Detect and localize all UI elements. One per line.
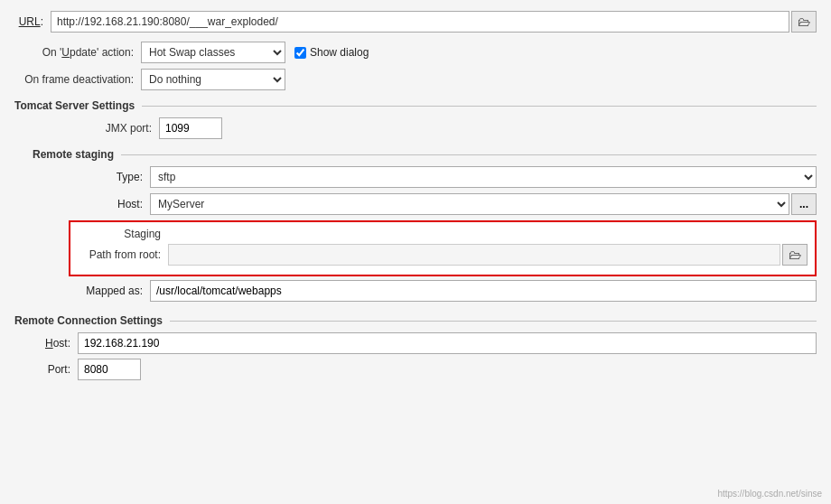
type-dropdown[interactable]: sftp ftp local bbox=[150, 166, 817, 188]
path-input[interactable] bbox=[168, 244, 780, 266]
on-update-dropdown[interactable]: Hot Swap classes Update classes and reso… bbox=[141, 42, 285, 63]
show-dialog-row: Show dialog bbox=[294, 46, 369, 59]
main-panel: URL: 🗁 On 'Update' action: Hot Swap clas… bbox=[0, 0, 831, 504]
remote-port-label: Port: bbox=[33, 363, 78, 376]
on-update-label: On 'Update' action: bbox=[14, 46, 141, 59]
tomcat-divider-line bbox=[142, 106, 817, 107]
remote-staging-line bbox=[121, 154, 817, 155]
remote-host-input[interactable] bbox=[78, 332, 817, 354]
mapped-input[interactable] bbox=[150, 280, 817, 302]
show-dialog-checkbox[interactable] bbox=[294, 47, 306, 59]
on-frame-dropdown[interactable]: Do nothing Update classes Update classes… bbox=[141, 69, 285, 90]
type-row: Type: sftp ftp local bbox=[51, 166, 817, 188]
staging-label: Staging bbox=[78, 228, 168, 240]
remote-conn-title: Remote Connection Settings bbox=[14, 314, 163, 327]
show-dialog-label: Show dialog bbox=[310, 46, 369, 59]
jmx-input[interactable] bbox=[159, 117, 222, 139]
path-row: Path from root: 🗁 bbox=[78, 244, 808, 266]
staging-label-row: Staging bbox=[78, 228, 808, 240]
on-update-row: On 'Update' action: Hot Swap classes Upd… bbox=[14, 42, 817, 63]
jmx-row: JMX port: bbox=[33, 117, 817, 139]
host-dropdown[interactable]: MyServer bbox=[150, 193, 789, 215]
folder-icon: 🗁 bbox=[798, 14, 810, 29]
remote-port-input[interactable] bbox=[78, 359, 141, 380]
remote-host-row: Host: bbox=[33, 332, 817, 354]
staging-box: Staging Path from root: 🗁 bbox=[69, 220, 817, 276]
path-folder-button[interactable]: 🗁 bbox=[782, 244, 808, 266]
url-label: URL: bbox=[14, 15, 51, 28]
url-folder-button[interactable]: 🗁 bbox=[791, 11, 817, 33]
url-input[interactable] bbox=[51, 11, 789, 33]
remote-conn-divider: Remote Connection Settings bbox=[14, 314, 817, 327]
host-label: Host: bbox=[51, 198, 150, 210]
tomcat-section-title: Tomcat Server Settings bbox=[14, 99, 135, 112]
remote-conn-line bbox=[170, 321, 817, 322]
tomcat-section-divider: Tomcat Server Settings bbox=[14, 99, 817, 112]
remote-host-label: Host: bbox=[33, 337, 78, 350]
host-dots-button[interactable]: ... bbox=[791, 193, 817, 215]
url-row: URL: 🗁 bbox=[14, 11, 817, 33]
mapped-label: Mapped as: bbox=[51, 285, 150, 297]
jmx-label: JMX port: bbox=[33, 122, 159, 135]
remote-port-row: Port: bbox=[33, 359, 817, 380]
remote-staging-title: Remote staging bbox=[33, 148, 114, 161]
mapped-row: Mapped as: bbox=[51, 280, 817, 302]
watermark: https://blog.csdn.net/sinse bbox=[717, 489, 822, 499]
remote-staging-divider: Remote staging bbox=[33, 148, 817, 161]
on-frame-label: On frame deactivation: bbox=[14, 73, 141, 86]
host-row: Host: MyServer ... bbox=[51, 193, 817, 215]
type-label: Type: bbox=[51, 171, 150, 183]
path-folder-icon: 🗁 bbox=[789, 247, 801, 262]
path-label: Path from root: bbox=[78, 248, 168, 261]
on-frame-row: On frame deactivation: Do nothing Update… bbox=[14, 69, 817, 90]
